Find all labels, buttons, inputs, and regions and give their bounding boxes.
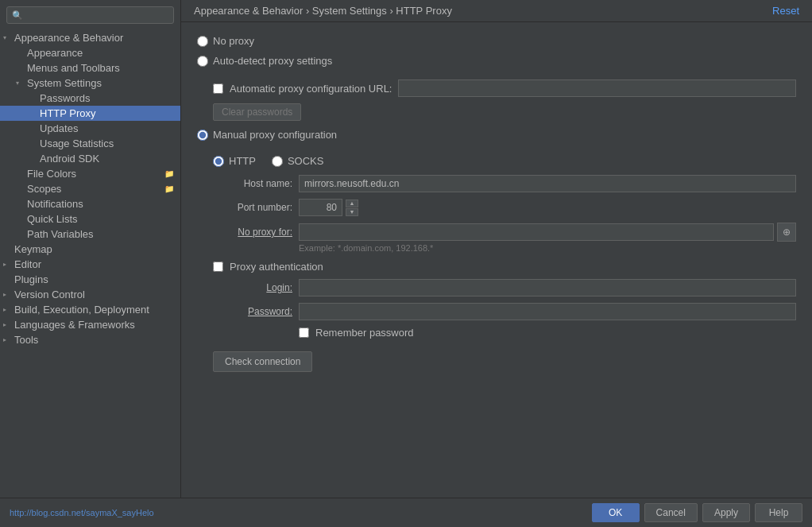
folder-icon-scopes: 📁 <box>164 184 174 193</box>
http-radio-option: HTTP <box>213 155 256 167</box>
remember-label: Remember password <box>315 327 414 339</box>
sidebar-item-label-notifications: Notifications <box>27 198 83 210</box>
no-proxy-add-button[interactable]: ⊕ <box>777 223 796 242</box>
no-proxy-option: No proxy <box>197 35 796 47</box>
manual-proxy-radio[interactable] <box>197 130 208 141</box>
port-up-button[interactable]: ▲ <box>346 200 358 207</box>
proxy-form: Host name: Port number: ▲ <box>213 175 796 242</box>
sidebar-item-tools[interactable]: Tools <box>0 332 180 347</box>
sidebar-item-label-http-proxy: HTTP Proxy <box>40 107 96 119</box>
sidebar-item-path-variables[interactable]: Path Variables <box>0 227 180 242</box>
no-proxy-radio[interactable] <box>197 36 208 47</box>
sidebar-item-label-build-execution: Build, Execution, Deployment <box>14 304 149 316</box>
sidebar-item-label-appearance-behavior: Appearance & Behavior <box>14 32 123 44</box>
sidebar-item-system-settings[interactable]: System Settings <box>0 76 180 91</box>
clear-passwords-button[interactable]: Clear passwords <box>213 103 301 121</box>
sidebar-item-label-version-control: Version Control <box>14 289 85 300</box>
reset-button[interactable]: Reset <box>772 5 799 17</box>
sidebar-item-version-control[interactable]: Version Control <box>0 287 180 302</box>
remember-password-checkbox[interactable] <box>299 327 309 338</box>
auto-detect-radio[interactable] <box>197 56 208 67</box>
sidebar-item-keymap[interactable]: Keymap <box>0 242 180 257</box>
sidebar-item-label-tools: Tools <box>14 334 38 346</box>
sidebar-item-label-scopes: Scopes <box>27 183 61 195</box>
proxy-auth-checkbox[interactable] <box>213 262 223 272</box>
protocol-radio-row: HTTP SOCKS <box>213 155 796 167</box>
no-proxy-for-label: No proxy for: <box>213 227 292 238</box>
auto-url-label: Automatic proxy configuration URL: <box>230 83 392 95</box>
breadcrumb: Appearance & Behavior › System Settings … <box>181 0 812 22</box>
sidebar-item-menus-toolbars[interactable]: Menus and Toolbars <box>0 60 180 76</box>
manual-label: Manual proxy configuration <box>213 129 337 141</box>
sidebar-item-appearance-behavior[interactable]: Appearance & Behavior <box>0 30 180 45</box>
ok-button[interactable]: OK <box>592 503 640 522</box>
breadcrumb-text: Appearance & Behavior › System Settings … <box>194 5 452 17</box>
sidebar-item-label-quick-lists: Quick Lists <box>27 213 78 225</box>
help-button[interactable]: Help <box>755 503 802 522</box>
sidebar-item-passwords[interactable]: Passwords <box>0 91 180 106</box>
search-icon: 🔍 <box>12 10 23 21</box>
sidebar-item-scopes[interactable]: Scopes📁 <box>0 181 180 196</box>
sidebar-item-notifications[interactable]: Notifications <box>0 196 180 211</box>
sidebar-item-label-passwords: Passwords <box>40 92 91 104</box>
search-input[interactable] <box>26 10 168 21</box>
sidebar-item-updates[interactable]: Updates <box>0 121 180 136</box>
apply-button[interactable]: Apply <box>702 503 750 522</box>
example-text: Example: *.domain.com, 192.168.* <box>299 243 796 253</box>
sidebar-item-quick-lists[interactable]: Quick Lists <box>0 211 180 227</box>
auto-url-checkbox[interactable] <box>213 83 223 94</box>
search-box[interactable]: 🔍 <box>6 6 174 24</box>
content-area: Appearance & Behavior › System Settings … <box>181 0 812 498</box>
socks-radio[interactable] <box>272 156 283 167</box>
auth-form: Login: Password: <box>213 279 796 320</box>
proxy-auth-section: Proxy authentication Login: Password: <box>213 261 796 339</box>
host-input-container <box>299 175 796 192</box>
auto-url-row: Automatic proxy configuration URL: <box>213 79 796 97</box>
cancel-button[interactable]: Cancel <box>644 503 698 522</box>
sidebar-item-usage-statistics[interactable]: Usage Statistics <box>0 136 180 151</box>
sidebar-item-plugins[interactable]: Plugins <box>0 272 180 287</box>
sidebar-item-android-sdk[interactable]: Android SDK <box>0 151 180 166</box>
sidebar-item-label-plugins: Plugins <box>14 273 48 285</box>
login-input[interactable] <box>299 279 796 296</box>
sidebar-item-label-appearance: Appearance <box>27 47 83 59</box>
no-proxy-for-row: ⊕ <box>299 223 796 242</box>
sidebar-item-file-colors[interactable]: File Colors📁 <box>0 166 180 181</box>
socks-label: SOCKS <box>288 155 324 167</box>
no-proxy-label: No proxy <box>213 35 254 47</box>
http-label: HTTP <box>229 155 256 167</box>
sidebar-item-label-menus-toolbars: Menus and Toolbars <box>27 62 120 74</box>
sidebar-item-label-system-settings: System Settings <box>27 77 102 89</box>
sidebar-item-http-proxy[interactable]: HTTP Proxy <box>0 106 180 121</box>
sidebar-item-label-file-colors: File Colors <box>27 168 76 180</box>
bottom-url: http://blog.csdn.net/saymaX_sayHelo <box>10 508 587 517</box>
folder-icon-file-colors: 📁 <box>164 169 174 178</box>
http-radio[interactable] <box>213 156 224 167</box>
auto-detect-label: Auto-detect proxy settings <box>213 55 332 67</box>
manual-proxy-option: Manual proxy configuration <box>197 129 796 141</box>
password-input[interactable] <box>299 303 796 320</box>
settings-panel: No proxy Auto-detect proxy settings Auto… <box>181 22 812 498</box>
no-proxy-for-input[interactable] <box>299 223 774 241</box>
auto-url-input[interactable] <box>398 79 796 97</box>
sidebar-item-label-path-variables: Path Variables <box>27 228 94 240</box>
socks-radio-option: SOCKS <box>272 155 324 167</box>
port-input[interactable] <box>299 199 342 216</box>
auto-detect-sub: Automatic proxy configuration URL: Clear… <box>213 79 796 121</box>
sidebar-item-build-execution[interactable]: Build, Execution, Deployment <box>0 302 180 317</box>
check-connection-button[interactable]: Check connection <box>213 351 312 372</box>
port-row: ▲ ▼ <box>299 199 796 216</box>
sidebar-item-editor[interactable]: Editor <box>0 257 180 272</box>
port-spinner: ▲ ▼ <box>346 200 358 216</box>
auto-detect-option: Auto-detect proxy settings <box>197 55 796 67</box>
sidebar-item-languages-frameworks[interactable]: Languages & Frameworks <box>0 317 180 332</box>
sidebar-item-label-languages-frameworks: Languages & Frameworks <box>14 319 135 331</box>
manual-config-section: HTTP SOCKS Host name: <box>213 155 796 372</box>
sidebar-item-label-usage-statistics: Usage Statistics <box>40 138 114 149</box>
proxy-auth-label: Proxy authentication <box>230 261 323 273</box>
sidebar: 🔍 Appearance & BehaviorAppearanceMenus a… <box>0 0 181 498</box>
sidebar-item-appearance[interactable]: Appearance <box>0 45 180 60</box>
port-down-button[interactable]: ▼ <box>346 208 358 216</box>
bottom-bar: http://blog.csdn.net/saymaX_sayHelo OK C… <box>0 498 812 527</box>
host-input[interactable] <box>299 175 796 192</box>
